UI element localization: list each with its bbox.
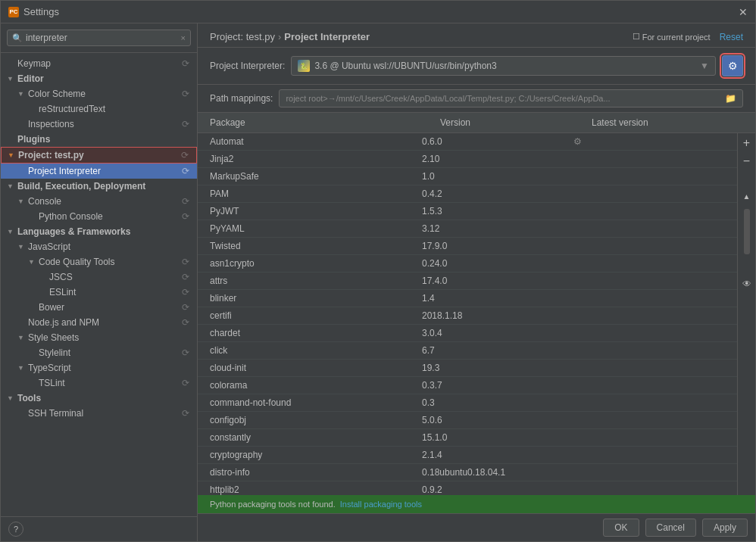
- package-name: cloud-init: [210, 362, 422, 374]
- reset-button[interactable]: Reset: [720, 32, 743, 42]
- package-latest: [573, 431, 725, 444]
- sidebar-item-eslint[interactable]: ESLint ⟳: [1, 285, 197, 300]
- add-package-button[interactable]: +: [740, 136, 754, 150]
- sidebar-item-code-quality-tools[interactable]: ▼ Code Quality Tools ⟳: [1, 254, 197, 269]
- package-latest: [573, 310, 725, 322]
- table-row[interactable]: httplib2 0.9.2: [198, 481, 737, 495]
- path-mappings-label: Path mappings:: [210, 93, 273, 104]
- package-version: 0.18ubuntu0.18.04.1: [422, 466, 573, 478]
- sidebar-item-label: ESLint: [49, 287, 177, 297]
- remove-package-button[interactable]: −: [740, 154, 754, 168]
- sidebar-item-color-scheme[interactable]: ▼ Color Scheme ⟳: [1, 86, 197, 101]
- table-row[interactable]: command-not-found 0.3: [198, 394, 737, 412]
- search-input-wrap[interactable]: 🔍 ×: [7, 30, 191, 46]
- sidebar: 🔍 × Keymap ⟳ ▼ Editor ▼ Colo: [1, 23, 198, 541]
- sidebar-item-stylelint[interactable]: Stylelint ⟳: [1, 345, 197, 360]
- sidebar-item-style-sheets[interactable]: ▼ Style Sheets: [1, 330, 197, 345]
- package-name: attrs: [210, 275, 422, 287]
- search-input[interactable]: [26, 33, 178, 43]
- folder-icon[interactable]: 📁: [725, 93, 736, 104]
- table-row[interactable]: constantly 15.1.0: [198, 429, 737, 447]
- help-button[interactable]: ?: [8, 522, 23, 537]
- table-row[interactable]: Twisted 17.9.0: [198, 238, 737, 255]
- close-button[interactable]: ✕: [739, 6, 748, 18]
- table-row[interactable]: cryptography 2.1.4: [198, 447, 737, 464]
- package-latest: [573, 379, 725, 391]
- install-packaging-tools-link[interactable]: Install packaging tools: [340, 500, 422, 509]
- table-row[interactable]: cloud-init 19.3: [198, 360, 737, 377]
- breadcrumb-current: Project Interpreter: [284, 31, 370, 42]
- package-version: 0.24.0: [422, 257, 573, 269]
- sidebar-item-keymap[interactable]: Keymap ⟳: [1, 56, 197, 71]
- table-row[interactable]: PAM 0.4.2: [198, 185, 737, 203]
- sidebar-item-plugins[interactable]: Plugins: [1, 132, 197, 147]
- table-row[interactable]: MarkupSafe 1.0: [198, 168, 737, 185]
- main-content: 🔍 × Keymap ⟳ ▼ Editor ▼ Colo: [1, 23, 755, 541]
- sidebar-item-build-execution[interactable]: ▼ Build, Execution, Deployment: [1, 179, 197, 194]
- sidebar-item-inspections[interactable]: Inspections ⟳: [1, 117, 197, 132]
- sidebar-item-project-testpy[interactable]: ▼ Project: test.py ⟳: [1, 147, 197, 164]
- sync-icon: ⟳: [180, 211, 191, 222]
- package-latest: [573, 275, 725, 287]
- table-row[interactable]: Jinja2 2.10: [198, 151, 737, 168]
- sidebar-item-restructuredtext[interactable]: reStructuredText: [1, 101, 197, 117]
- table-row[interactable]: chardet 3.0.4: [198, 325, 737, 342]
- table-row[interactable]: PyJWT 1.5.3: [198, 203, 737, 220]
- table-row[interactable]: attrs 17.4.0: [198, 273, 737, 290]
- sidebar-item-project-interpreter[interactable]: Project Interpreter ⟳: [1, 164, 197, 179]
- table-row[interactable]: PyYAML 3.12: [198, 220, 737, 238]
- arrow-icon: ▼: [7, 228, 17, 235]
- sidebar-item-ssh-terminal[interactable]: SSH Terminal ⟳: [1, 406, 197, 421]
- interpreter-select[interactable]: 🐍 3.6 @ Ubuntu wsl://UBUNTU/usr/bin/pyth…: [291, 56, 716, 76]
- sidebar-item-tslint[interactable]: TSLint ⟳: [1, 375, 197, 391]
- sidebar-item-nodejs-npm[interactable]: Node.js and NPM ⟳: [1, 315, 197, 330]
- table-row[interactable]: Automat 0.6.0 ⚙: [198, 133, 737, 151]
- sidebar-item-javascript[interactable]: ▼ JavaScript: [1, 239, 197, 254]
- breadcrumb-arrow-icon: ›: [278, 31, 281, 42]
- search-clear-icon[interactable]: ×: [181, 33, 186, 42]
- sync-icon: ⟳: [180, 317, 191, 328]
- package-latest: [573, 362, 725, 374]
- cancel-button[interactable]: Cancel: [645, 519, 696, 537]
- table-row[interactable]: colorama 0.3.7: [198, 377, 737, 394]
- sidebar-item-label: Python Console: [39, 211, 177, 222]
- table-row[interactable]: configobj 5.0.6: [198, 412, 737, 429]
- path-mappings-value[interactable]: roject root>→/mnt/c/Users/Creek/AppData/…: [279, 89, 743, 107]
- sync-icon: ⟳: [180, 89, 191, 99]
- table-row[interactable]: click 6.7: [198, 342, 737, 360]
- eye-icon[interactable]: 👁: [740, 277, 754, 291]
- checkbox-icon: ☐: [633, 32, 640, 42]
- sidebar-item-label: Node.js and NPM: [28, 317, 177, 328]
- sidebar-item-tools[interactable]: ▼ Tools: [1, 391, 197, 406]
- sidebar-item-bower[interactable]: Bower ⟳: [1, 300, 197, 315]
- interpreter-label: Project Interpreter:: [210, 61, 285, 71]
- apply-button[interactable]: Apply: [702, 519, 748, 537]
- sidebar-item-python-console[interactable]: Python Console ⟳: [1, 209, 197, 224]
- package-latest: ⚙: [573, 136, 725, 148]
- ok-button[interactable]: OK: [603, 519, 639, 537]
- sidebar-item-jscs[interactable]: JSCS ⟳: [1, 269, 197, 285]
- sidebar-item-typescript[interactable]: ▼ TypeScript: [1, 360, 197, 375]
- gear-button[interactable]: ⚙: [722, 55, 743, 76]
- sidebar-item-console[interactable]: ▼ Console ⟳: [1, 194, 197, 209]
- scrollbar-up-icon[interactable]: ▲: [740, 189, 754, 203]
- sidebar-item-label: Inspections: [28, 119, 177, 129]
- table-actions: + − ▲ 👁: [737, 133, 755, 495]
- package-version: 0.9.2: [422, 484, 573, 495]
- status-text: Python packaging tools not found.: [210, 500, 336, 509]
- table-row[interactable]: blinker 1.4: [198, 290, 737, 307]
- scrollbar-thumb[interactable]: [744, 209, 750, 254]
- sidebar-item-languages-frameworks[interactable]: ▼ Languages & Frameworks: [1, 224, 197, 239]
- package-version: 0.4.2: [422, 188, 573, 200]
- sidebar-item-editor[interactable]: ▼ Editor: [1, 71, 197, 86]
- package-latest: [573, 240, 725, 252]
- table-row[interactable]: distro-info 0.18ubuntu0.18.04.1: [198, 464, 737, 481]
- sync-icon: ⟳: [180, 58, 191, 69]
- panel-actions: ☐ For current project Reset: [633, 32, 743, 42]
- package-version: 17.9.0: [422, 240, 573, 252]
- sidebar-item-label: TSLint: [39, 378, 177, 388]
- table-row[interactable]: asn1crypto 0.24.0: [198, 255, 737, 273]
- sidebar-item-label: reStructuredText: [39, 104, 191, 114]
- table-row[interactable]: certifi 2018.1.18: [198, 307, 737, 325]
- packages-list[interactable]: Automat 0.6.0 ⚙ Jinja2 2.10 MarkupSafe 1…: [198, 133, 737, 495]
